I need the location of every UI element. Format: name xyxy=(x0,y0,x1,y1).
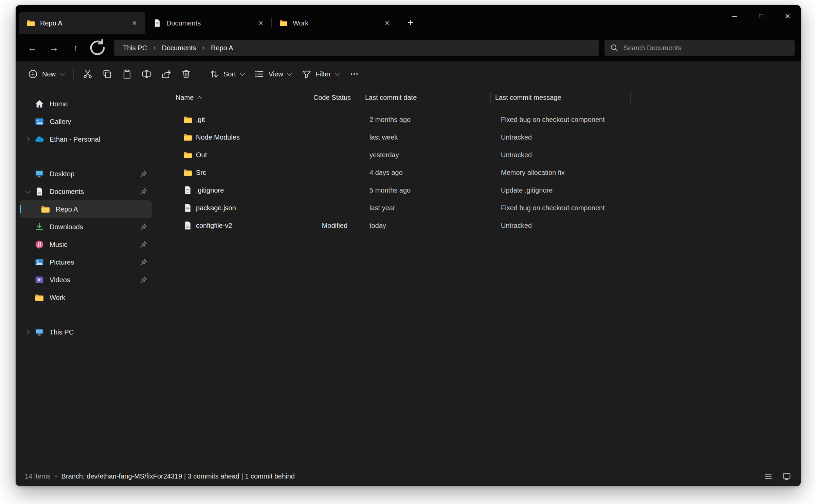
table-row-configfile-v2[interactable]: configfile-v2 Modified today Untracked xyxy=(156,217,801,234)
search-bar[interactable] xyxy=(604,40,795,56)
navigation-bar: ← → ↑ This PC›Documents›Repo A xyxy=(16,34,801,61)
sidebar-item-label: Videos xyxy=(50,276,70,284)
sidebar-item-work[interactable]: Work xyxy=(20,289,152,306)
sidebar-item-icon xyxy=(35,222,44,232)
sidebar-item-label: Music xyxy=(50,241,67,249)
column-header-last-commit-message[interactable]: Last commit message xyxy=(490,87,631,108)
file-name-cell: Node Modules xyxy=(156,132,309,142)
sidebar-item-icon xyxy=(41,204,50,214)
filter-button[interactable]: Filter xyxy=(297,65,344,83)
sidebar-item-this-pc[interactable]: This PC xyxy=(20,323,152,341)
forward-button[interactable]: → xyxy=(44,38,64,57)
sidebar-item-label: Desktop xyxy=(50,170,74,178)
more-options-button[interactable] xyxy=(344,65,364,83)
tab-documents[interactable]: Documents × xyxy=(145,12,272,34)
tab-close-icon[interactable]: × xyxy=(255,17,267,29)
chevron-icon[interactable] xyxy=(20,138,35,141)
tab-repo-a[interactable]: Repo A × xyxy=(19,12,145,34)
refresh-button[interactable] xyxy=(88,38,107,57)
rename-button[interactable] xyxy=(137,65,157,83)
last-commit-date-cell: today xyxy=(361,222,490,230)
minimize-button[interactable]: – xyxy=(721,5,748,27)
chevron-icon[interactable] xyxy=(20,190,35,193)
breadcrumb-chevron-icon: › xyxy=(151,43,158,52)
view-button[interactable]: View xyxy=(250,65,297,83)
close-button[interactable]: × xyxy=(774,5,801,27)
preview-pane-button[interactable] xyxy=(779,469,794,483)
last-commit-message-cell: Untracked xyxy=(490,151,801,159)
breadcrumb-item-this-pc[interactable]: This PC xyxy=(119,43,151,53)
file-name-cell: Src xyxy=(156,168,309,177)
search-input[interactable] xyxy=(623,44,789,52)
column-header-name[interactable]: Name xyxy=(156,87,309,108)
tab-close-icon[interactable]: × xyxy=(381,17,393,29)
table-row-node-modules[interactable]: Node Modules last week Untracked xyxy=(156,128,801,146)
column-header-last-commit-date[interactable]: Last commit date xyxy=(361,87,490,108)
last-commit-date-cell: last week xyxy=(361,133,490,141)
refresh-icon xyxy=(88,38,107,58)
sidebar-item-videos[interactable]: Videos xyxy=(20,271,152,289)
share-button[interactable] xyxy=(157,65,176,83)
breadcrumb[interactable]: This PC›Documents›Repo A xyxy=(114,40,599,56)
new-button[interactable]: New xyxy=(23,65,69,83)
file-type-icon xyxy=(183,221,193,230)
tab-work[interactable]: Work × xyxy=(272,12,398,34)
file-name: configfile-v2 xyxy=(196,222,232,230)
table-row-src[interactable]: Src 4 days ago Memory allocation fix xyxy=(156,164,801,181)
cut-icon xyxy=(83,69,93,79)
last-commit-date-cell: yesterday xyxy=(361,151,490,159)
filter-button-label: Filter xyxy=(316,70,331,78)
up-button[interactable]: ↑ xyxy=(66,38,86,57)
sidebar-item-repo-a[interactable]: Repo A xyxy=(20,200,152,218)
tab-label: Repo A xyxy=(40,19,62,27)
column-header-code-status[interactable]: Code Status xyxy=(309,87,361,108)
cut-button[interactable] xyxy=(78,65,97,83)
sidebar-item-documents[interactable]: Documents xyxy=(20,183,152,200)
table-row-gitignore[interactable]: .gitignore 5 months ago Update .gitignor… xyxy=(156,181,801,199)
sidebar-item-pictures[interactable]: Pictures xyxy=(20,253,152,271)
search-icon xyxy=(610,43,619,52)
last-commit-date-cell: 4 days ago xyxy=(361,169,490,177)
window-body: Home Gallery Ethan - Personal Desktop Do… xyxy=(16,87,801,466)
sidebar-item-ethan-personal[interactable]: Ethan - Personal xyxy=(20,130,152,148)
sidebar-item-downloads[interactable]: Downloads xyxy=(20,218,152,236)
copy-button[interactable] xyxy=(97,65,117,83)
tab-close-icon[interactable]: × xyxy=(128,17,141,29)
maximize-button[interactable]: □ xyxy=(748,5,774,27)
copy-icon xyxy=(102,69,112,79)
new-tab-button[interactable]: + xyxy=(401,13,420,32)
last-commit-date-cell: 2 months ago xyxy=(361,116,490,124)
paste-button[interactable] xyxy=(117,65,137,83)
file-type-icon xyxy=(183,203,193,213)
pin-icon xyxy=(140,223,148,231)
sidebar-item-home[interactable]: Home xyxy=(20,95,152,113)
sidebar-item-icon xyxy=(35,117,44,126)
file-type-icon xyxy=(183,185,193,195)
column-headers: Name Code Status Last commit date Last c… xyxy=(156,87,801,108)
sort-button[interactable]: Sort xyxy=(204,65,250,83)
file-name-cell: package.json xyxy=(156,203,309,213)
delete-button[interactable] xyxy=(176,65,196,83)
table-row-package-json[interactable]: package.json last year Fixed bug on chec… xyxy=(156,199,801,217)
branch-info: Branch: dev/ethan-fang-MS/fixFor24319 | … xyxy=(61,472,295,480)
sort-button-label: Sort xyxy=(223,70,236,78)
sidebar-item-label: Work xyxy=(50,294,65,302)
preview-pane-icon xyxy=(782,472,791,481)
table-row-git[interactable]: .git 2 months ago Fixed bug on checkout … xyxy=(156,111,801,128)
last-commit-message-cell: Untracked xyxy=(490,222,801,230)
back-button[interactable]: ← xyxy=(22,38,42,57)
breadcrumb-item-repo-a[interactable]: Repo A xyxy=(207,43,237,53)
filter-icon xyxy=(302,69,312,79)
breadcrumb-item-documents[interactable]: Documents xyxy=(158,43,200,53)
chevron-icon[interactable] xyxy=(20,330,35,334)
file-name: Node Modules xyxy=(196,133,240,141)
details-view-button[interactable] xyxy=(761,469,776,483)
sidebar-item-icon xyxy=(35,99,44,109)
table-row-out[interactable]: Out yesterday Untracked xyxy=(156,146,801,164)
file-name: .git xyxy=(196,116,205,124)
sidebar-item-music[interactable]: Music xyxy=(20,236,152,253)
sidebar-item-gallery[interactable]: Gallery xyxy=(20,113,152,130)
sidebar-item-desktop[interactable]: Desktop xyxy=(20,165,152,183)
sidebar-item-label: Ethan - Personal xyxy=(50,136,100,143)
sidebar-item-icon xyxy=(35,293,44,302)
